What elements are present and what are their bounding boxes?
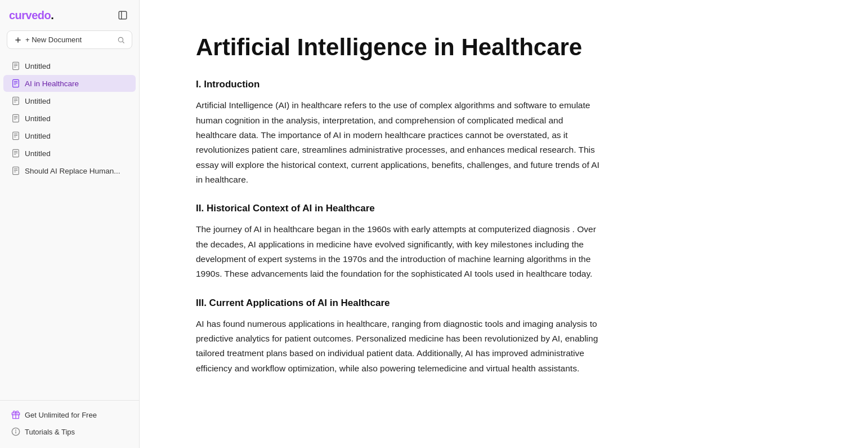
logo-dot: . xyxy=(51,9,53,21)
svg-rect-14 xyxy=(13,97,19,104)
new-document-button[interactable]: + New Document xyxy=(7,30,132,49)
sidebar-toggle-icon xyxy=(118,10,128,20)
sidebar-doc-should-ai[interactable]: Should AI Replace Human... xyxy=(3,162,136,179)
document-icon xyxy=(11,61,20,70)
svg-line-5 xyxy=(123,41,124,43)
svg-point-4 xyxy=(118,37,123,42)
app-logo: curvedo. xyxy=(9,9,53,22)
tutorials-label: Tutorials & Tips xyxy=(25,428,75,436)
info-icon xyxy=(11,427,20,436)
section-heading: III. Current Applications of AI in Healt… xyxy=(196,298,823,309)
doc-label: Untitled xyxy=(25,97,51,105)
get-unlimited-button[interactable]: Get Unlimited for Free xyxy=(7,406,132,423)
doc-label: Untitled xyxy=(25,114,51,123)
get-unlimited-label: Get Unlimited for Free xyxy=(25,411,97,419)
svg-rect-30 xyxy=(13,167,19,174)
section-heading: I. Introduction xyxy=(196,79,823,90)
main-content: Artificial Intelligence in Healthcare I.… xyxy=(140,0,868,448)
doc-label: Untitled xyxy=(25,149,51,158)
document-icon xyxy=(11,149,20,158)
toggle-sidebar-button[interactable] xyxy=(115,8,130,23)
document-icon xyxy=(11,79,20,88)
doc-paragraph: Artificial Intelligence (AI) in healthca… xyxy=(196,98,601,187)
svg-rect-18 xyxy=(13,114,19,122)
logo-brand: curvedo xyxy=(9,9,51,21)
svg-rect-6 xyxy=(13,62,19,69)
sidebar-doc-untitled-2[interactable]: Untitled xyxy=(3,92,136,109)
doc-label: Should AI Replace Human... xyxy=(25,167,120,175)
doc-paragraph: The journey of AI in healthcare began in… xyxy=(196,222,601,281)
document-icon xyxy=(11,166,20,175)
sidebar-header: curvedo. xyxy=(0,0,139,28)
document-title: Artificial Intelligence in Healthcare xyxy=(196,34,823,61)
document-list: Untitled AI in Healthcare Untitled xyxy=(0,55,139,400)
search-icon[interactable] xyxy=(117,36,125,44)
sidebar-doc-ai-in-healthcare[interactable]: AI in Healthcare xyxy=(3,75,136,92)
doc-label: Untitled xyxy=(25,62,51,70)
svg-rect-0 xyxy=(119,11,127,19)
sidebar-doc-untitled-5[interactable]: Untitled xyxy=(3,145,136,162)
doc-label: Untitled xyxy=(25,132,51,140)
doc-label: AI in Healthcare xyxy=(25,79,79,88)
doc-paragraph: AI has found numerous applications in he… xyxy=(196,317,601,376)
document-icon xyxy=(11,131,20,140)
sidebar-doc-untitled-3[interactable]: Untitled xyxy=(3,110,136,127)
tutorials-button[interactable]: Tutorials & Tips xyxy=(7,423,132,440)
svg-rect-10 xyxy=(13,79,19,87)
section-heading: II. Historical Context of AI in Healthca… xyxy=(196,203,823,214)
svg-rect-26 xyxy=(13,149,19,157)
document-icon xyxy=(11,96,20,105)
header-icon-group xyxy=(115,8,130,23)
sidebar-doc-untitled-1[interactable]: Untitled xyxy=(3,57,136,74)
sidebar-doc-untitled-4[interactable]: Untitled xyxy=(3,127,136,144)
sidebar: curvedo. + New Document xyxy=(0,0,140,448)
plus-icon xyxy=(14,36,22,44)
gift-icon xyxy=(11,410,20,419)
svg-rect-22 xyxy=(13,132,19,139)
new-document-label: + New Document xyxy=(25,36,82,44)
document-body: I. IntroductionArtificial Intelligence (… xyxy=(196,79,823,376)
document-icon xyxy=(11,114,20,123)
sidebar-footer: Get Unlimited for Free Tutorials & Tips xyxy=(0,400,139,448)
